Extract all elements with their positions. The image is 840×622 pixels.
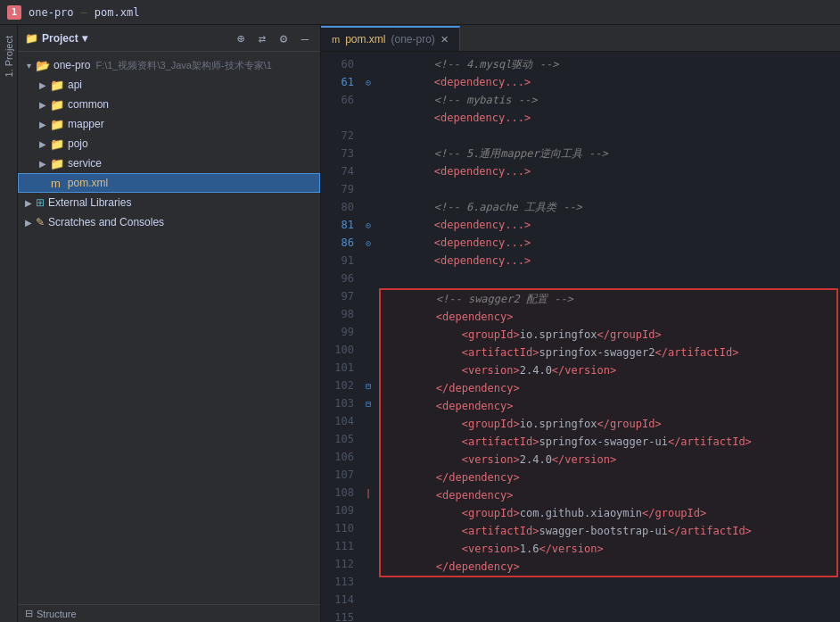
line-num-60: 60 <box>321 55 354 73</box>
line-num-99: 99 <box>321 323 354 341</box>
gutter-109 <box>361 502 375 519</box>
tree-label-api: api <box>68 79 82 91</box>
expand-arrow-common: ▶ <box>36 100 50 110</box>
expand-arrow: ▾ <box>21 61 36 70</box>
folder-icon-pojo: 📁 <box>50 137 64 151</box>
code-line-103: <dependency> <box>381 397 836 415</box>
main-content: 1. Project 📁 Project ▾ ⊕ ⇄ ⚙ — <box>0 25 840 622</box>
tree-path: F:\1_视频资料\3_Java架构师-技术专家\1 <box>95 59 271 72</box>
code-line-106: <version>2.4.0</version> <box>381 451 836 469</box>
gutter-101 <box>361 359 375 377</box>
code-line-108: <dependency> <box>381 486 836 504</box>
code-line-79 <box>379 180 840 198</box>
code-line-72 <box>379 127 840 145</box>
code-line-101: <version>2.4.0</version> <box>381 361 836 379</box>
xml-file-icon: m <box>51 177 61 190</box>
tree-label-ext-libs: External Libraries <box>48 196 131 209</box>
gutter-97 <box>361 287 375 305</box>
gutter-104 <box>361 412 375 430</box>
gutter-103[interactable]: ⊟ <box>361 394 375 412</box>
line-num-73: 73 <box>321 145 354 162</box>
code-line-113 <box>379 578 840 596</box>
sidebar: 📁 Project ▾ ⊕ ⇄ ⚙ — ▾ 📂 one-pro <box>18 25 321 622</box>
code-line-61: <dependency...> <box>379 73 840 91</box>
tree-item-mapper[interactable]: ▶ 📁 mapper <box>18 114 320 134</box>
line-num-106: 106 <box>321 448 354 466</box>
tree-item-ext-libs[interactable]: ▶ ⊞ External Libraries <box>18 193 320 212</box>
tab-close-btn[interactable]: ✕ <box>441 34 449 46</box>
gutter: ⊙ ⊙ ⊙ ⊟ <box>361 52 375 622</box>
tree-item-scratches[interactable]: ▶ ✎ Scratches and Consoles <box>18 212 320 232</box>
lib-icon: ⊞ <box>36 196 45 209</box>
code-line-80: <!-- 6.apache 工具类 --> <box>379 198 840 216</box>
line-num-96: 96 <box>321 270 354 287</box>
gutter-102[interactable]: ⊟ <box>361 377 375 394</box>
tree-item-one-pro[interactable]: ▾ 📂 one-pro F:\1_视频资料\3_Java架构师-技术专家\1 <box>18 55 320 75</box>
gutter-110 <box>361 519 375 537</box>
code-line-99: <groupId>io.springfox</groupId> <box>381 326 836 344</box>
code-area[interactable]: <!-- 4.mysql驱动 --> <dependency...> <!-- … <box>375 52 840 622</box>
tree-item-pojo[interactable]: ▶ 📁 pojo <box>18 134 320 153</box>
structure-label: Structure <box>37 609 77 619</box>
gutter-111 <box>361 537 375 555</box>
line-numbers: 60 61 66 72 73 74 79 80 81 86 91 96 97 9… <box>321 52 361 622</box>
line-num-112: 112 <box>321 555 354 573</box>
tree-item-api[interactable]: ▶ 📁 api <box>18 75 320 95</box>
ide-layout: 📁 Project ▾ ⊕ ⇄ ⚙ — ▾ 📂 one-pro <box>18 25 840 622</box>
gutter-66 <box>361 91 375 109</box>
gutter-79 <box>361 180 375 198</box>
structure-panel[interactable]: ⊟ Structure <box>18 604 320 622</box>
line-num-81: 81 <box>321 216 354 234</box>
gutter-61[interactable]: ⊙ <box>361 73 375 91</box>
gutter-60 <box>361 55 375 73</box>
gutter-81[interactable]: ⊙ <box>361 216 375 234</box>
gutter-73 <box>361 145 375 162</box>
line-num-91: 91 <box>321 252 354 270</box>
project-dropdown-arrow[interactable]: ▾ <box>82 32 87 45</box>
code-line-107: </dependency> <box>381 469 836 486</box>
pom-xml-tab[interactable]: m pom.xml (one-pro) ✕ <box>321 26 460 51</box>
code-line-66: <!-- mybatis --> <box>379 91 840 109</box>
gutter-108[interactable]: | <box>361 484 375 502</box>
gutter-114 <box>361 591 375 609</box>
gutter-99 <box>361 323 375 341</box>
expand-arrow-mapper: ▶ <box>36 120 50 129</box>
sync-btn[interactable]: ⊕ <box>233 30 249 46</box>
title-file-name: pom.xml <box>95 6 140 19</box>
code-line-104: <groupId>io.springfox</groupId> <box>381 415 836 433</box>
code-line-91: <dependency...> <box>379 252 840 270</box>
settings-btn[interactable]: ⚙ <box>276 30 292 46</box>
vertical-project-tab[interactable]: 1. Project <box>1 25 17 87</box>
code-line-110: <artifactId>swagger-bootstrap-ui</artifa… <box>381 522 836 540</box>
highlighted-swagger-region: <!-- swagger2 配置 --> <dependency> <group… <box>379 288 838 577</box>
gutter-80 <box>361 198 375 216</box>
line-num-107: 107 <box>321 466 354 484</box>
line-num-113: 113 <box>321 573 354 591</box>
line-num-104: 104 <box>321 412 354 430</box>
line-num-98: 98 <box>321 305 354 323</box>
expand-arrow-service: ▶ <box>36 159 50 169</box>
line-num-72: 72 <box>321 127 354 145</box>
hide-btn[interactable]: — <box>297 30 313 46</box>
editor-content: 60 61 66 72 73 74 79 80 81 86 91 96 97 9… <box>321 52 840 622</box>
code-line-100: <artifactId>springfox-swagger2</artifact… <box>381 344 836 361</box>
code-line-dep-folded: <dependency...> <box>379 109 840 127</box>
collapse-btn[interactable]: ⇄ <box>254 30 270 46</box>
tree-item-common[interactable]: ▶ 📁 common <box>18 95 320 114</box>
gutter-86[interactable]: ⊙ <box>361 234 375 252</box>
code-line-96 <box>379 270 840 287</box>
tree-item-pom-xml[interactable]: m pom.xml <box>18 173 320 193</box>
tree-item-service[interactable]: ▶ 📁 service <box>18 153 320 173</box>
line-num-100: 100 <box>321 341 354 359</box>
editor-area: m pom.xml (one-pro) ✕ 60 61 66 72 73 74 <box>321 25 840 622</box>
tab-label: pom.xml <box>345 33 385 46</box>
tree-label-common: common <box>68 98 109 111</box>
folder-icon: 📂 <box>36 59 50 72</box>
line-num-114: 114 <box>321 591 354 609</box>
gutter-91 <box>361 252 375 270</box>
gutter-106 <box>361 448 375 466</box>
gutter-e1 <box>361 109 375 127</box>
sidebar-header: 📁 Project ▾ ⊕ ⇄ ⚙ — <box>18 25 320 52</box>
code-line-114 <box>379 596 840 614</box>
line-num-108: 108 <box>321 484 354 502</box>
